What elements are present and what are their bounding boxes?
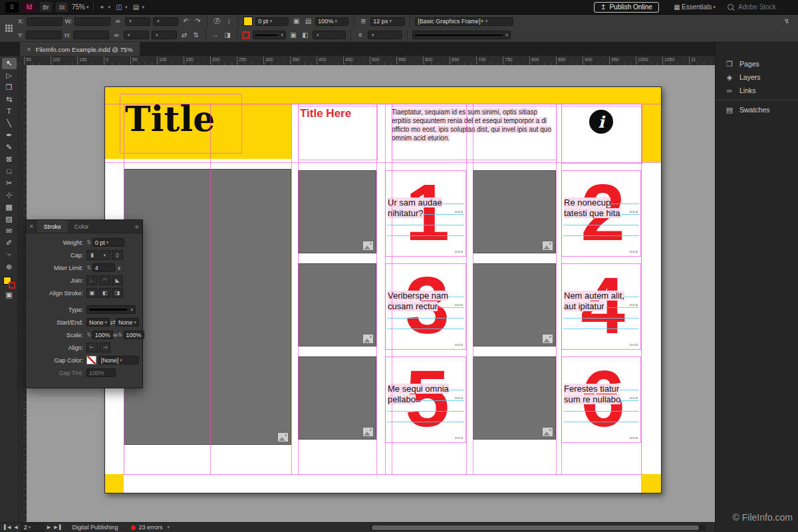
constrain-proportions-icon[interactable]: ∞ [112, 31, 121, 40]
opacity-dropdown[interactable]: 100% ▾ [315, 17, 348, 26]
align-dash-right-icon[interactable]: ⊣ [99, 342, 110, 352]
app-grid-icon[interactable]: ⠿ [5, 2, 19, 13]
screen-mode-dropdown[interactable]: ◫ ▾ [114, 3, 128, 12]
panel-item-pages[interactable]: ❐ Pages [716, 57, 798, 70]
previous-page-button[interactable]: ◀ [14, 525, 17, 530]
eyedropper-tool[interactable]: ✐ [2, 237, 17, 249]
rotate-cw-icon[interactable]: ↷ [193, 17, 202, 26]
text-columns-icon[interactable]: ≣ [358, 17, 368, 26]
h-field[interactable] [73, 31, 109, 39]
document-tab[interactable]: ✕ FileInfo.com Example.indd @ 75% [20, 43, 140, 56]
chevron-down-icon[interactable]: ▾ [168, 525, 170, 530]
type-tool[interactable]: T [2, 106, 17, 117]
adobe-stock-search[interactable] [728, 3, 793, 11]
stroke-swatch[interactable] [242, 31, 250, 39]
gradient-feather-tool[interactable]: ▨ [2, 213, 17, 225]
flip-vertical-icon[interactable]: ⇅ [192, 31, 201, 40]
align-stroke-inside-icon[interactable]: ◧ [99, 288, 110, 298]
panel-item-layers[interactable]: ◈ Layers [716, 70, 798, 84]
direct-selection-tool[interactable]: ▷ [2, 70, 17, 81]
align-dash-left-icon[interactable]: ⊢ [86, 342, 98, 352]
scissors-tool[interactable]: ✂ [2, 178, 17, 189]
gradient-swatch-tool[interactable]: ▩ [2, 201, 17, 213]
screen-mode-button[interactable]: ▣ [2, 289, 17, 301]
scale-y-field[interactable]: ▾ [124, 31, 149, 39]
stepper-icon[interactable]: ⇅ [86, 239, 91, 245]
stock-button[interactable]: St [56, 2, 68, 12]
first-page-button[interactable]: ▌◀ [4, 525, 11, 530]
tab-color[interactable]: Color [68, 220, 96, 233]
w-field[interactable] [74, 17, 110, 26]
close-icon[interactable]: ✕ [26, 223, 37, 229]
free-transform-tool[interactable]: ⊹ [2, 190, 17, 201]
stepper-icon[interactable]: ⇅ [86, 332, 91, 338]
hand-tool[interactable]: ☞ [2, 249, 17, 261]
fit-frame-icon[interactable]: ▣ [291, 17, 301, 26]
stroke-weight-dropdown[interactable]: 0 pt ▾ [255, 17, 289, 26]
cap-butt-icon[interactable]: ▮ [86, 250, 98, 260]
leading-dropdown[interactable]: ▾ [368, 31, 402, 39]
panel-menu-icon[interactable]: ≡ [131, 223, 142, 230]
gap-color-dropdown[interactable]: [None] ▾ [98, 356, 139, 364]
rectangle-frame-tool[interactable]: ⊠ [2, 154, 17, 165]
h-ruler[interactable]: 5010015005010015020025030035040045050055… [19, 56, 715, 66]
horizontal-scrollbar[interactable] [370, 525, 706, 531]
gap-tool[interactable]: ⇆ [2, 94, 17, 105]
y-field[interactable] [26, 31, 62, 39]
cap-projecting-icon[interactable]: ▯ [112, 250, 123, 260]
horizontal-scrollbar-thumb[interactable] [372, 525, 699, 530]
join-bevel-icon[interactable]: ◣ [112, 275, 123, 285]
align-stroke-outside-icon[interactable]: ◨ [112, 288, 123, 298]
join-round-icon[interactable]: ◠ [99, 275, 110, 285]
vertical-spacing-icon[interactable]: ↕ [224, 17, 233, 26]
stepper-icon[interactable]: ⇅ [118, 332, 122, 338]
type-dropdown[interactable]: ▾ [86, 305, 136, 314]
select-container-icon[interactable]: Ⓟ [212, 17, 221, 26]
page-number-dropdown[interactable]: 2 ▾ [21, 523, 44, 532]
weight-dropdown[interactable]: 0 pt ▾ [92, 238, 124, 247]
blend-dropdown[interactable]: ▾ [313, 31, 346, 39]
text-align-icon[interactable]: ≡ [356, 31, 365, 40]
bridge-button[interactable]: Br [40, 2, 52, 12]
fill-stroke-swatches[interactable] [3, 277, 15, 289]
right-yellow-block[interactable] [641, 87, 661, 162]
object-style-dropdown[interactable]: [Basic Graphics Frame]+ ▾ [415, 17, 513, 26]
pen-tool[interactable]: ✒ [2, 130, 17, 141]
align-outside-icon[interactable]: ◨ [223, 31, 232, 40]
preflight-profile[interactable]: Digital Publishing [72, 524, 118, 531]
publish-online-button[interactable]: ↥ Publish Online [594, 2, 659, 13]
zoom-tool[interactable]: ⊕ [2, 261, 17, 273]
line-tool[interactable]: ╲ [2, 118, 17, 129]
quick-actions-icon[interactable]: ↯ [782, 17, 791, 26]
font-size-dropdown[interactable]: 12 px ▾ [370, 17, 405, 26]
link-scale-icon[interactable]: ∞ [113, 331, 118, 340]
join-miter-icon[interactable]: ∟ [86, 275, 98, 285]
fill-swatch[interactable] [243, 17, 253, 26]
stroke-color-swatch[interactable] [9, 282, 15, 289]
next-page-button[interactable]: ▶ [47, 525, 51, 530]
bottom-left-yellow-square[interactable] [105, 474, 124, 493]
close-icon[interactable]: ✕ [27, 47, 31, 53]
panel-item-links[interactable]: ∞ Links [716, 84, 798, 97]
stepper-icon[interactable]: ⇅ [86, 265, 91, 271]
cap-round-icon[interactable]: ◖ [99, 250, 110, 260]
selection-tool[interactable]: ↖ [2, 58, 17, 69]
search-input[interactable] [737, 3, 793, 11]
last-page-button[interactable]: ▶▐ [54, 525, 61, 530]
drop-shadow-icon[interactable]: ◧ [301, 31, 310, 40]
gap-color-swatch[interactable] [86, 356, 96, 364]
arrange-documents-dropdown[interactable]: ▤ ▾ [132, 3, 145, 12]
align-stroke-center-icon[interactable]: ▣ [86, 288, 98, 298]
constrain-proportions-icon[interactable]: ∞ [113, 17, 122, 26]
preflight-errors[interactable]: 23 errors [139, 524, 163, 531]
rectangle-tool[interactable]: □ [2, 166, 17, 177]
swap-start-end-icon[interactable]: ⇄ [110, 318, 116, 327]
bottom-right-yellow-square[interactable] [641, 474, 661, 493]
panel-item-swatches[interactable]: ▤ Swatches [716, 103, 798, 116]
page-tool[interactable]: ❐ [2, 82, 17, 93]
fit-content-icon[interactable]: ▤ [303, 17, 313, 26]
start-dropdown[interactable]: None ▾ [86, 318, 110, 327]
reference-point-proxy[interactable] [5, 25, 13, 42]
rotation-field[interactable]: ▾ [153, 17, 178, 26]
shear-field[interactable]: ▾ [152, 31, 177, 39]
